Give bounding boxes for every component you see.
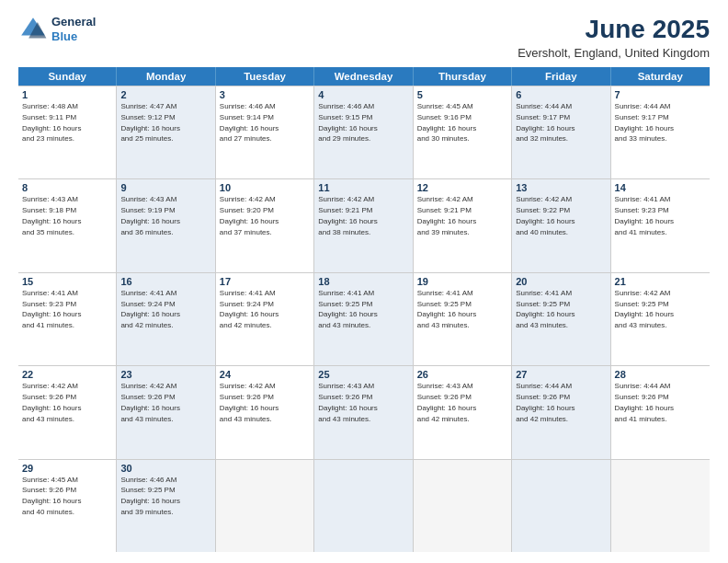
header: General Blue June 2025 Eversholt, Englan… [18,15,710,60]
title-block: June 2025 Eversholt, England, United Kin… [518,15,710,60]
header-sunday: Sunday [18,67,117,86]
header-friday: Friday [512,67,610,86]
cell-7: 7Sunrise: 4:44 AMSunset: 9:17 PMDaylight… [611,86,710,178]
cell-20: 20Sunrise: 4:41 AMSunset: 9:25 PMDayligh… [512,273,610,365]
calendar-header: Sunday Monday Tuesday Wednesday Thursday… [18,67,710,86]
cell-empty-5 [611,460,710,552]
calendar-body: 1Sunrise: 4:48 AMSunset: 9:11 PMDaylight… [18,86,710,552]
logo-general: General [51,15,96,29]
cell-18: 18Sunrise: 4:41 AMSunset: 9:25 PMDayligh… [314,273,413,365]
page: General Blue June 2025 Eversholt, Englan… [0,0,728,563]
cell-4: 4Sunrise: 4:46 AMSunset: 9:15 PMDaylight… [314,86,413,178]
header-saturday: Saturday [611,67,710,86]
cell-8: 8Sunrise: 4:43 AMSunset: 9:18 PMDaylight… [18,179,117,271]
cell-14: 14Sunrise: 4:41 AMSunset: 9:23 PMDayligh… [611,179,710,271]
cell-26: 26Sunrise: 4:43 AMSunset: 9:26 PMDayligh… [414,366,512,458]
header-tuesday: Tuesday [216,67,314,86]
cell-16: 16Sunrise: 4:41 AMSunset: 9:24 PMDayligh… [117,273,215,365]
header-monday: Monday [117,67,215,86]
cell-27: 27Sunrise: 4:44 AMSunset: 9:26 PMDayligh… [512,366,610,458]
cell-3: 3Sunrise: 4:46 AMSunset: 9:14 PMDaylight… [216,86,314,178]
cell-2: 2Sunrise: 4:47 AMSunset: 9:12 PMDaylight… [117,86,215,178]
cell-9: 9Sunrise: 4:43 AMSunset: 9:19 PMDaylight… [117,179,215,271]
cell-1: 1Sunrise: 4:48 AMSunset: 9:11 PMDaylight… [18,86,117,178]
cell-17: 17Sunrise: 4:41 AMSunset: 9:24 PMDayligh… [216,273,314,365]
cell-13: 13Sunrise: 4:42 AMSunset: 9:22 PMDayligh… [512,179,610,271]
header-thursday: Thursday [414,67,512,86]
cell-15: 15Sunrise: 4:41 AMSunset: 9:23 PMDayligh… [18,273,117,365]
cell-25: 25Sunrise: 4:43 AMSunset: 9:26 PMDayligh… [314,366,413,458]
cell-6: 6Sunrise: 4:44 AMSunset: 9:17 PMDaylight… [512,86,610,178]
logo-icon [18,15,48,44]
cell-23: 23Sunrise: 4:42 AMSunset: 9:26 PMDayligh… [117,366,215,458]
cell-empty-1 [216,460,314,552]
week-row-3: 15Sunrise: 4:41 AMSunset: 9:23 PMDayligh… [18,273,710,366]
logo-text: General Blue [51,15,96,43]
cell-19: 19Sunrise: 4:41 AMSunset: 9:25 PMDayligh… [414,273,512,365]
cell-empty-3 [414,460,512,552]
week-row-4: 22Sunrise: 4:42 AMSunset: 9:26 PMDayligh… [18,366,710,459]
calendar: Sunday Monday Tuesday Wednesday Thursday… [18,67,710,552]
week-row-5: 29Sunrise: 4:45 AMSunset: 9:26 PMDayligh… [18,460,710,552]
cell-empty-2 [314,460,413,552]
main-title: June 2025 [518,15,710,44]
logo-blue: Blue [51,29,77,43]
cell-29: 29Sunrise: 4:45 AMSunset: 9:26 PMDayligh… [18,460,117,552]
cell-30: 30Sunrise: 4:46 AMSunset: 9:25 PMDayligh… [117,460,215,552]
cell-empty-4 [512,460,610,552]
week-row-2: 8Sunrise: 4:43 AMSunset: 9:18 PMDaylight… [18,179,710,272]
header-wednesday: Wednesday [314,67,413,86]
subtitle: Eversholt, England, United Kingdom [518,46,710,60]
cell-21: 21Sunrise: 4:42 AMSunset: 9:25 PMDayligh… [611,273,710,365]
cell-12: 12Sunrise: 4:42 AMSunset: 9:21 PMDayligh… [414,179,512,271]
cell-5: 5Sunrise: 4:45 AMSunset: 9:16 PMDaylight… [414,86,512,178]
cell-22: 22Sunrise: 4:42 AMSunset: 9:26 PMDayligh… [18,366,117,458]
logo: General Blue [18,15,96,44]
cell-11: 11Sunrise: 4:42 AMSunset: 9:21 PMDayligh… [314,179,413,271]
cell-28: 28Sunrise: 4:44 AMSunset: 9:26 PMDayligh… [611,366,710,458]
week-row-1: 1Sunrise: 4:48 AMSunset: 9:11 PMDaylight… [18,86,710,179]
cell-10: 10Sunrise: 4:42 AMSunset: 9:20 PMDayligh… [216,179,314,271]
cell-24: 24Sunrise: 4:42 AMSunset: 9:26 PMDayligh… [216,366,314,458]
